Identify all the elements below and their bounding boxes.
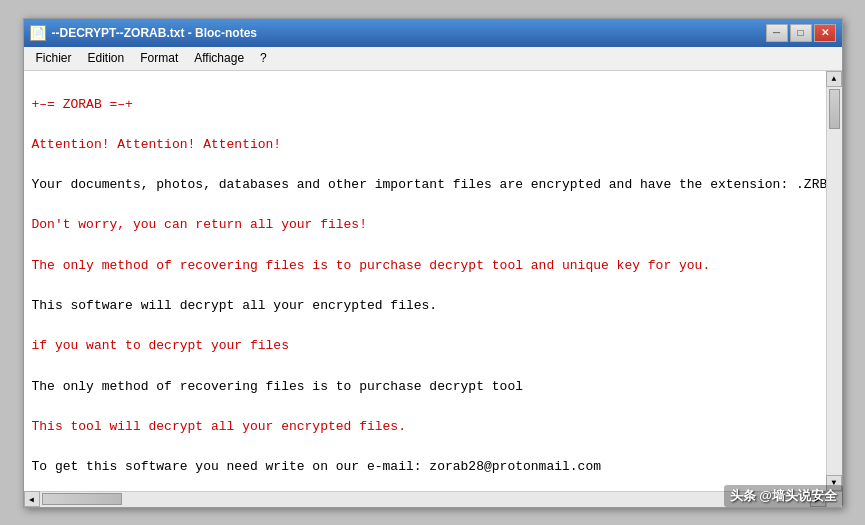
vertical-scrollbar[interactable]: ▲ ▼ <box>826 71 842 491</box>
close-button[interactable]: ✕ <box>814 24 836 42</box>
line-software-decrypt: This software will decrypt all your encr… <box>32 298 438 313</box>
scroll-up-arrow[interactable]: ▲ <box>826 71 842 87</box>
line-only-method-1: The only method of recovering files is t… <box>32 258 711 273</box>
line-extension: Your documents, photos, databases and ot… <box>32 177 826 192</box>
line-tool-decrypt: This tool will decrypt all your encrypte… <box>32 419 406 434</box>
scroll-track-v[interactable] <box>827 87 842 475</box>
menu-format[interactable]: Format <box>132 49 186 67</box>
horizontal-scrollbar[interactable]: ◀ ▶ <box>24 492 826 507</box>
line-if-decrypt: if you want to decrypt your files <box>32 338 289 353</box>
scroll-left-arrow[interactable]: ◀ <box>24 491 40 507</box>
minimize-button[interactable]: ─ <box>766 24 788 42</box>
scroll-track-h[interactable] <box>40 492 810 507</box>
horizontal-scrollbar-wrapper: ◀ ▶ <box>24 491 842 507</box>
app-icon: 📄 <box>30 25 46 41</box>
title-bar: 📄 --DECRYPT--ZORAB.txt - Bloc-notes ─ □ … <box>24 19 842 47</box>
scroll-thumb-v[interactable] <box>829 89 840 129</box>
maximize-button[interactable]: □ <box>790 24 812 42</box>
watermark: 头条 @墙头说安全 <box>724 485 843 507</box>
menu-help[interactable]: ? <box>252 49 275 67</box>
window-title: --DECRYPT--ZORAB.txt - Bloc-notes <box>52 26 258 40</box>
line-email: To get this software you need write on o… <box>32 459 602 474</box>
text-content[interactable]: +–= ZORAB =–+ Attention! Attention! Atte… <box>24 71 826 491</box>
menu-edition[interactable]: Edition <box>80 49 133 67</box>
notepad-window: 📄 --DECRYPT--ZORAB.txt - Bloc-notes ─ □ … <box>23 18 843 508</box>
editor-area: +–= ZORAB =–+ Attention! Attention! Atte… <box>24 71 842 491</box>
line-header: +–= ZORAB =–+ <box>32 97 133 112</box>
line-attention: Attention! Attention! Attention! <box>32 137 282 152</box>
scroll-thumb-h[interactable] <box>42 493 122 505</box>
line-dont-worry: Don't worry, you can return all your fil… <box>32 217 367 232</box>
menu-fichier[interactable]: Fichier <box>28 49 80 67</box>
window-controls: ─ □ ✕ <box>766 24 836 42</box>
menu-bar: Fichier Edition Format Affichage ? <box>24 47 842 71</box>
menu-affichage[interactable]: Affichage <box>186 49 252 67</box>
line-only-method-2: The only method of recovering files is t… <box>32 379 523 394</box>
title-bar-left: 📄 --DECRYPT--ZORAB.txt - Bloc-notes <box>30 25 258 41</box>
